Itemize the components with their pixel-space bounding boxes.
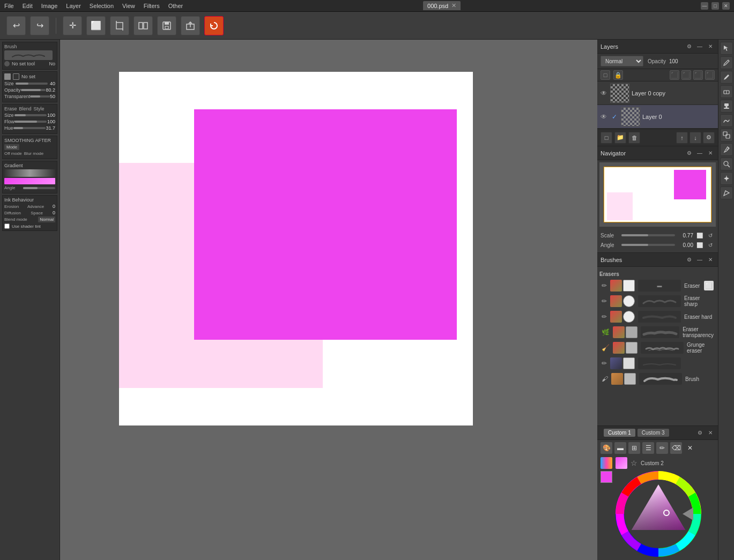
navigator-settings-icon[interactable]: ⚙	[685, 149, 693, 158]
color-tab-2[interactable]: Custom 3	[637, 429, 669, 437]
brush-item-eraser-sharp[interactable]: ✏ Eraser sharp	[599, 294, 716, 309]
title-tab[interactable]: 000.psd ✕	[423, 1, 461, 10]
palette-icon[interactable]: 🎨	[600, 442, 612, 454]
brush-item-eraser-hard[interactable]: ✏ Eraser hard	[599, 309, 716, 324]
new-layer-button[interactable]: □	[600, 132, 612, 144]
menu-item-other[interactable]: Other	[168, 3, 183, 9]
use-shader-checkbox[interactable]	[4, 223, 10, 229]
color-close-icon[interactable]: ✕	[706, 429, 715, 437]
history-button[interactable]	[204, 16, 224, 35]
layer-new-icon[interactable]: □	[600, 70, 610, 80]
layers-settings-icon[interactable]: ⚙	[685, 42, 693, 51]
brushes-close-icon[interactable]: ✕	[706, 256, 715, 264]
rt-brush-tool[interactable]	[720, 71, 733, 84]
navigator-minimize-icon[interactable]: —	[695, 149, 704, 158]
canvas-area[interactable]	[60, 40, 597, 560]
export-button[interactable]	[181, 16, 200, 35]
layers-close-icon[interactable]: ✕	[706, 42, 715, 51]
color-tab-1[interactable]: Custom 1	[604, 429, 635, 437]
layers-minimize-icon[interactable]: —	[695, 42, 704, 51]
layer-lock-icon[interactable]: 🔒	[613, 70, 623, 80]
layer-options-button[interactable]: ⚙	[703, 132, 715, 144]
active-gradient-preview[interactable]	[4, 178, 55, 184]
rt-stamp-tool[interactable]	[720, 100, 733, 113]
size-input-slider[interactable]	[14, 114, 47, 116]
close-tab-icon[interactable]: ✕	[451, 2, 456, 9]
brushes-minimize-icon[interactable]: —	[695, 256, 704, 264]
layer-item-0-copy[interactable]: 👁 Layer 0 copy	[597, 81, 718, 105]
rt-eyedropper-tool[interactable]	[720, 143, 733, 156]
menu-item-image[interactable]: Image	[41, 3, 58, 9]
layer-distribute-icon[interactable]: ⬛	[705, 70, 715, 80]
move-layer-down-button[interactable]: ↓	[689, 132, 701, 144]
angle-slider[interactable]	[621, 244, 675, 246]
rt-magnify-tool[interactable]	[720, 158, 733, 170]
mode-btn[interactable]: Mode	[4, 144, 19, 150]
redo-button[interactable]: ↪	[30, 16, 49, 35]
gradient-icon[interactable]: ▬	[614, 442, 626, 454]
rt-pen-tool[interactable]	[720, 56, 733, 69]
menu-item-selection[interactable]: Selection	[90, 3, 114, 9]
eraser-tab[interactable]: Erase	[4, 106, 17, 111]
crop-button[interactable]	[110, 16, 129, 35]
move-tool-button[interactable]: ✛	[63, 16, 82, 35]
rt-eraser-tool[interactable]	[720, 85, 733, 98]
gradient-angle-slider[interactable]	[23, 187, 55, 189]
brush-item-eraser-transparency[interactable]: 🌿 Eraser transparency	[599, 325, 716, 340]
transform-button[interactable]: ⬜	[86, 16, 106, 35]
flow-slider[interactable]	[14, 121, 47, 123]
menu-item-layer[interactable]: Layer	[66, 3, 81, 9]
layer-visibility-0-copy[interactable]: 👁	[599, 89, 608, 98]
angle-reset-icon[interactable]: ↺	[706, 241, 715, 249]
color-settings-icon[interactable]: ⚙	[695, 429, 704, 437]
flip-button[interactable]	[134, 16, 153, 35]
minimize-button[interactable]: —	[701, 2, 708, 10]
delete-layer-button[interactable]: 🗑	[628, 132, 640, 144]
fit-icon[interactable]: ⬜	[695, 231, 704, 240]
grid-icon[interactable]: ⊞	[628, 442, 640, 454]
list-icon[interactable]: ☰	[642, 442, 654, 454]
menu-item-file[interactable]: File	[4, 3, 14, 9]
blend-tab[interactable]: Blend	[19, 106, 32, 111]
undo-button[interactable]: ↩	[6, 16, 26, 35]
hue-slider[interactable]	[13, 127, 46, 129]
new-group-button[interactable]: 📁	[614, 132, 626, 144]
move-layer-up-button[interactable]: ↑	[676, 132, 688, 144]
layer-visibility-0[interactable]: 👁	[599, 113, 608, 121]
brush-item-separator[interactable]: ✏	[599, 356, 716, 371]
color-wheel[interactable]	[616, 471, 701, 557]
color-bg[interactable]	[13, 73, 19, 80]
rt-smudge-tool[interactable]	[720, 114, 733, 127]
menu-item-edit[interactable]: Edit	[23, 3, 33, 9]
opacity-slider[interactable]	[21, 89, 46, 91]
color-fg[interactable]	[4, 73, 11, 80]
layer-align-left-icon[interactable]: ⬛	[670, 70, 679, 80]
pencil-color-icon[interactable]: ✏	[656, 442, 668, 454]
rt-sparkle-tool[interactable]	[720, 172, 733, 185]
navigator-close-icon[interactable]: ✕	[706, 149, 715, 158]
scale-slider[interactable]	[621, 234, 675, 236]
close-button[interactable]: ✕	[722, 2, 730, 10]
blend-mode-value[interactable]: Normal	[38, 216, 55, 222]
brush-item-brush[interactable]: 🖌 Brush	[599, 371, 716, 386]
save-button[interactable]	[157, 16, 176, 35]
gradient-preview[interactable]	[4, 169, 55, 177]
pink-gradient-icon[interactable]	[616, 457, 627, 469]
eraser-color-icon[interactable]: ⌫	[670, 442, 682, 454]
rt-select-tool[interactable]	[720, 42, 733, 55]
brush-item-grunge-eraser[interactable]: 🧹 Grunge eraser	[599, 340, 716, 355]
reset-icon[interactable]: ↺	[706, 231, 715, 240]
menu-item-view[interactable]: View	[122, 3, 135, 9]
foreground-color-swatch[interactable]	[600, 471, 612, 483]
brush-item-eraser[interactable]: ✏ ▬ Eraser ⬜	[599, 278, 716, 293]
layer-item-0[interactable]: 👁 ✓ Layer 0	[597, 105, 718, 129]
rt-colorize-tool[interactable]	[720, 186, 733, 199]
close-color-icon[interactable]: ✕	[684, 442, 696, 454]
style-tab[interactable]: Style	[34, 106, 45, 111]
size-slider[interactable]	[16, 83, 48, 85]
menu-item-filters[interactable]: Filters	[144, 3, 160, 9]
star-icon[interactable]: ☆	[631, 459, 637, 467]
blend-mode-select[interactable]: Normal	[600, 56, 643, 66]
angle-fit-icon[interactable]: ⬜	[695, 241, 704, 249]
brushes-settings-icon[interactable]: ⚙	[685, 256, 693, 264]
